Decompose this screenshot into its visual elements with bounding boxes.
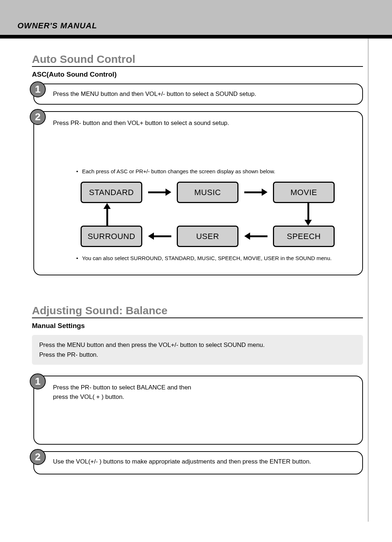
- step-box: Use the VOL(+/- ) buttons to make approp…: [33, 451, 363, 474]
- arrow-left-icon: [244, 235, 268, 237]
- intro-line: Press the PR- button.: [39, 350, 356, 360]
- arrow-up-icon: [106, 203, 108, 226]
- step-text-line: press the VOL( + ) button.: [53, 392, 355, 402]
- subsection-title: ASC(Auto Sound Control): [32, 70, 363, 78]
- step-2: 2 Use the VOL(+/- ) buttons to make appr…: [32, 451, 363, 474]
- step-box: Press the PR- button to select BALANCE a…: [33, 376, 363, 445]
- mode-movie: MOVIE: [273, 182, 335, 203]
- arrow-right-icon: [148, 191, 171, 193]
- diagram-vert-row: [81, 203, 335, 226]
- diagram-top-row: STANDARD MUSIC MOVIE: [81, 182, 335, 203]
- section-auto-sound: Auto Sound Control ASC(Auto Sound Contro…: [32, 53, 363, 275]
- subsection-title: Manual Settings: [32, 322, 363, 330]
- step-text: Use the VOL(+/- ) buttons to make approp…: [53, 458, 311, 465]
- header-banner: OWNER'S MANUAL: [0, 0, 392, 35]
- step-1: 1 Press the PR- button to select BALANCE…: [32, 376, 363, 445]
- mode-music: MUSIC: [177, 182, 238, 203]
- mode-user: USER: [177, 226, 238, 247]
- step-text-line: Press the PR- button to select BALANCE a…: [53, 383, 355, 392]
- step-box: Press the MENU button and then VOL+/- bu…: [33, 84, 363, 105]
- arrow-down-icon: [307, 203, 309, 226]
- bullet-text: Each press of ASC or PR+/- button change…: [82, 167, 348, 176]
- step-2: 2 Press PR- button and then VOL+ button …: [32, 111, 363, 276]
- section-title: Adjusting Sound: Balance: [32, 304, 363, 318]
- header-title: OWNER'S MANUAL: [17, 21, 97, 35]
- step-text: Press PR- button and then VOL+ button to…: [53, 118, 355, 128]
- step-number-badge: 1: [30, 81, 46, 97]
- mode-diagram-area: Each press of ASC or PR+/- button change…: [68, 167, 348, 262]
- bullet-text: You can also select SURROUND, STANDARD, …: [82, 254, 348, 263]
- arrow-left-icon: [148, 235, 171, 237]
- step-number-badge: 2: [30, 109, 46, 125]
- step-1: 1 Press the MENU button and then VOL+/- …: [32, 84, 363, 105]
- arrow-right-icon: [244, 191, 268, 193]
- intro-line: Press the MENU button and then press the…: [39, 340, 356, 350]
- mode-speech: SPEECH: [273, 226, 335, 247]
- mode-cycle-diagram: STANDARD MUSIC MOVIE SURROUND: [81, 182, 335, 247]
- diagram-bottom-row: SURROUND USER SPEECH: [81, 226, 335, 247]
- mode-standard: STANDARD: [81, 182, 142, 203]
- section-balance: Adjusting Sound: Balance Manual Settings…: [32, 304, 363, 474]
- page-body: Auto Sound Control ASC(Auto Sound Contro…: [0, 39, 392, 474]
- mode-surround: SURROUND: [81, 226, 142, 247]
- section-title: Auto Sound Control: [32, 53, 363, 67]
- step-box: Press PR- button and then VOL+ button to…: [33, 111, 363, 276]
- step-text: Press the MENU button and then VOL+/- bu…: [53, 90, 256, 97]
- header-divider: [0, 35, 392, 39]
- intro-box: Press the MENU button and then press the…: [32, 335, 363, 365]
- right-rule: [368, 39, 369, 522]
